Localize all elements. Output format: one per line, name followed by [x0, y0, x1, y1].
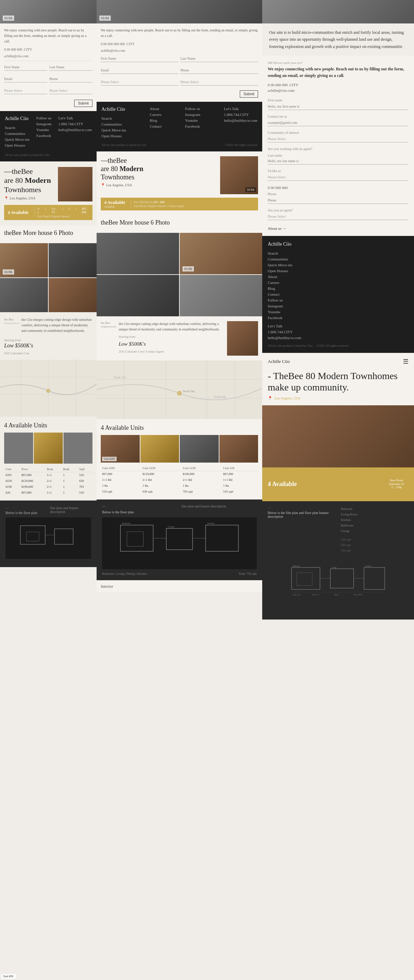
mid-nav-careers[interactable]: Careers [150, 113, 161, 116]
right-nav-quick[interactable]: Quick Move-ins [268, 263, 408, 267]
svg-point-18 [177, 391, 182, 396]
right-phone-input[interactable] [268, 197, 408, 204]
svg-text:Kitchen: Kitchen [207, 522, 215, 525]
svg-rect-32 [297, 573, 312, 586]
mid-firstname[interactable] [101, 55, 178, 62]
mid-unit-photo-4: Unit #26 [220, 435, 258, 463]
svg-text:Bedroom: Bedroom [122, 522, 131, 525]
right-nav-follow[interactable]: Follow us [268, 298, 408, 302]
left-townhomes-block: —theBee are 80 Modern Townhomes 📍 Los An… [0, 161, 97, 226]
community-label-r: Community of interest [268, 131, 299, 135]
community-select[interactable]: Please Select [4, 87, 47, 94]
nav-quick-move-ins[interactable]: Quick Move-ins [5, 137, 30, 142]
mid-more-photos: theBee More house 6 Photo 01/06 [97, 215, 262, 316]
hamburger-icon[interactable]: ☰ [403, 358, 408, 365]
mid-nav-search[interactable]: Search [102, 116, 126, 120]
phone-input[interactable] [49, 76, 92, 83]
available-units-heading: 4 Available Units [4, 422, 92, 430]
townhome-title: —theBee are 80 Modern Townhomes [4, 167, 55, 194]
nav-open-houses[interactable]: Open Houses [5, 143, 30, 147]
right-nav-youtube[interactable]: Youtube [268, 310, 408, 314]
nav-youtube[interactable]: Youtube [36, 127, 51, 132]
table-row: #205$97,0001+11510 [4, 472, 92, 478]
right-phone2: 0 00 000 000 [268, 186, 408, 190]
agent-question-r: Are you working with an agent? [268, 147, 312, 151]
right-mobile-header: Achille Ciio ☰ - TheBee 80 Modern Townho… [262, 353, 414, 405]
mid-photo-b: 01/06 [180, 233, 262, 274]
svg-rect-31 [291, 568, 320, 590]
slide-num-top: 01/04 [99, 16, 111, 21]
right-lets-talk-link[interactable]: Let's Talk [268, 324, 408, 328]
mid-nav-facebook[interactable]: Facebook [185, 124, 201, 128]
right-nav-about[interactable]: About [268, 275, 408, 279]
mid-floor-label-right: Site plan and feature description [182, 504, 257, 508]
nav-follow[interactable]: Follow us [36, 116, 51, 120]
mid-nav-email[interactable]: hello@builtbycw.com [224, 118, 257, 123]
mid-nav-block: Achille Ciio Search Communities Quick Mo… [97, 102, 262, 151]
submit-button[interactable]: Submit [74, 100, 92, 107]
right-lets-talk: Let's Talk 1.866.744.CITY hello@builtbyc… [268, 324, 408, 340]
mid-nav-phone[interactable]: 1.866.744.CITY [224, 113, 257, 116]
svg-rect-36 [364, 568, 385, 590]
photo-4 [49, 278, 97, 312]
table-row: #26$97,0001+11510 [4, 490, 92, 495]
left-floor-plan: — Below is the floor plan Site plan and … [0, 501, 97, 567]
about-us-link[interactable]: About us → [268, 226, 408, 231]
right-nav-facebook[interactable]: Facebook [268, 316, 408, 320]
nav-lets-talk[interactable]: Let's Talk [58, 116, 92, 120]
right-community-select[interactable]: Please Select [268, 135, 408, 142]
right-nav-blog[interactable]: Blog [268, 286, 408, 290]
mid-nav-open[interactable]: Open Houses [102, 134, 126, 138]
photo-2 [49, 243, 97, 277]
right-email-input[interactable] [268, 119, 408, 126]
mid-lastname[interactable] [180, 55, 258, 62]
photo-1: 01/06 [0, 243, 48, 277]
nav-email[interactable]: hello@builtbycw.com [58, 127, 92, 132]
agent-label-r: Are you an agent? [268, 208, 293, 212]
right-email-link[interactable]: hello@builtbycw.com [268, 336, 408, 340]
mid-nav-contact[interactable]: Contact [150, 124, 161, 128]
right-like-to-select[interactable]: Please Select [268, 174, 408, 181]
mid-nav-lets-talk[interactable]: Let's Talk [224, 107, 257, 111]
first-name-input[interactable] [4, 64, 47, 71]
right-lastname-input[interactable] [268, 158, 408, 165]
svg-text:Price: $97K: Price: $97K [353, 593, 362, 596]
right-nav-instagram[interactable]: Instagram [268, 304, 408, 308]
right-nav-search[interactable]: Search [268, 251, 408, 255]
mid-nav-follow[interactable]: Follow us [185, 107, 201, 111]
nav-instagram[interactable]: Instagram [36, 122, 51, 126]
mid-email[interactable] [101, 67, 178, 74]
email-input[interactable] [4, 76, 47, 83]
right-firstname-input[interactable] [268, 103, 408, 110]
mid-submit-btn[interactable]: Submit [240, 91, 258, 98]
right-nav-contact[interactable]: Contact [268, 292, 408, 296]
mid-nav-instagram[interactable]: Instagram [185, 113, 201, 116]
mid-floor-label-left: Below is the floor plan [102, 510, 177, 514]
mid-community[interactable]: Please Select [101, 79, 178, 86]
last-name-input[interactable] [49, 64, 92, 71]
mid-nav-communities[interactable]: Communities [102, 122, 126, 126]
mid-phone[interactable] [180, 67, 258, 74]
email-label: achille@ciio.com [4, 54, 92, 58]
right-nav-open[interactable]: Open Houses [268, 269, 408, 273]
right-agent-select[interactable]: Please Select [268, 213, 408, 220]
nav-communities[interactable]: Communities [5, 131, 30, 135]
right-nav-careers[interactable]: Careers [268, 280, 408, 285]
nav-phone[interactable]: 1.866.744.CITY [58, 122, 92, 126]
mid-nav-youtube[interactable]: Youtube [185, 118, 201, 123]
slide-number: 01/04 [3, 16, 14, 21]
mid-floor-diagram: Bedroom Living Kitchen [102, 517, 257, 569]
mid-nav-about[interactable]: About [150, 107, 161, 111]
agent-select[interactable]: Please Select [49, 87, 92, 94]
mid-nav-blog[interactable]: Blog [150, 118, 161, 123]
svg-text:Living: Living [331, 566, 336, 568]
nav-facebook[interactable]: Facebook [36, 134, 51, 138]
mid-nav-quick[interactable]: Quick Move-ins [102, 128, 126, 132]
right-phone-link[interactable]: 1.866.744.CITY [268, 330, 408, 334]
mid-slide-overlay: 01/06 [183, 266, 194, 272]
mid-agent[interactable]: Please Select [180, 79, 258, 86]
right-nav-communities[interactable]: Communities [268, 257, 408, 261]
left-more-photos: theBee More house 6 Photo 01/06 [0, 226, 97, 312]
unit-photo-3 [64, 433, 92, 464]
nav-search[interactable]: Search [5, 126, 30, 130]
